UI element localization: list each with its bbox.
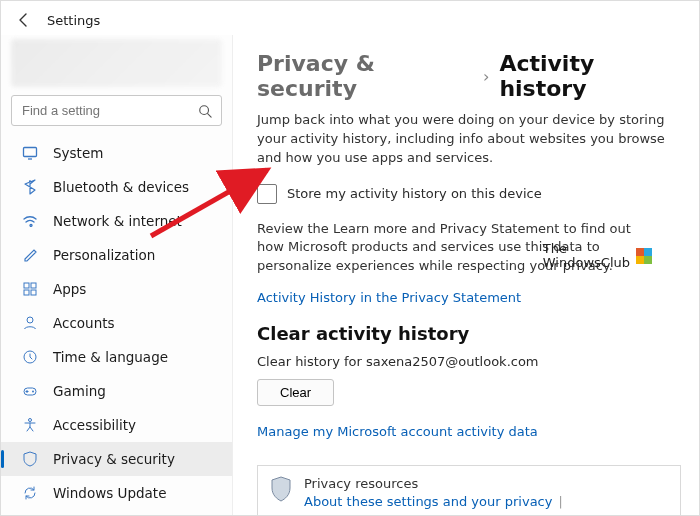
sidebar-item-system[interactable]: System <box>1 136 232 170</box>
sidebar-item-label: Time & language <box>53 349 168 365</box>
sidebar-item-network[interactable]: Network & internet <box>1 204 232 238</box>
apps-icon <box>21 280 39 298</box>
accessibility-icon <box>21 416 39 434</box>
separator: | <box>558 494 562 509</box>
bluetooth-icon <box>21 178 39 196</box>
breadcrumb: Privacy & security › Activity history <box>257 51 681 101</box>
sidebar-item-label: Bluetooth & devices <box>53 179 189 195</box>
store-history-row: Store my activity history on this device <box>257 184 681 204</box>
gamepad-icon <box>21 382 39 400</box>
svg-point-6 <box>27 317 33 323</box>
windows-logo-icon <box>636 248 652 264</box>
privacy-statement-link[interactable]: Activity History in the Privacy Statemen… <box>257 290 521 305</box>
svg-rect-5 <box>31 290 36 295</box>
breadcrumb-parent[interactable]: Privacy & security <box>257 51 473 101</box>
sidebar: System Bluetooth & devices Network & int… <box>1 35 233 515</box>
nav-list: System Bluetooth & devices Network & int… <box>1 136 232 515</box>
svg-point-10 <box>29 419 32 422</box>
content-pane: Privacy & security › Activity history Ju… <box>233 35 699 515</box>
sidebar-item-label: Network & internet <box>53 213 182 229</box>
clear-history-text: Clear history for saxena2507@outlook.com <box>257 354 681 369</box>
privacy-resources-card: Privacy resources About these settings a… <box>257 465 681 515</box>
clear-button[interactable]: Clear <box>257 379 334 406</box>
back-button[interactable] <box>15 11 33 29</box>
sidebar-item-label: Gaming <box>53 383 106 399</box>
svg-point-9 <box>32 391 34 393</box>
display-icon <box>21 144 39 162</box>
sidebar-item-update[interactable]: Windows Update <box>1 476 232 510</box>
sidebar-item-personalization[interactable]: Personalization <box>1 238 232 272</box>
watermark-line1: The <box>543 242 630 256</box>
sidebar-item-label: Privacy & security <box>53 451 175 467</box>
sidebar-item-privacy[interactable]: Privacy & security <box>1 442 232 476</box>
sidebar-item-bluetooth[interactable]: Bluetooth & devices <box>1 170 232 204</box>
watermark-line2: WindowsClub <box>543 256 630 270</box>
sidebar-item-label: Accounts <box>53 315 115 331</box>
watermark: The WindowsClub <box>543 242 652 271</box>
sidebar-item-label: System <box>53 145 103 161</box>
svg-rect-4 <box>24 290 29 295</box>
wifi-icon <box>21 212 39 230</box>
shield-icon <box>21 450 39 468</box>
update-icon <box>21 484 39 502</box>
svg-point-0 <box>200 105 209 114</box>
sidebar-item-label: Personalization <box>53 247 155 263</box>
profile-card[interactable] <box>11 39 222 87</box>
breadcrumb-current: Activity history <box>499 51 681 101</box>
sidebar-item-accessibility[interactable]: Accessibility <box>1 408 232 442</box>
chevron-right-icon: › <box>483 67 489 86</box>
sidebar-item-apps[interactable]: Apps <box>1 272 232 306</box>
resources-link-about[interactable]: About these settings and your privacy <box>304 494 552 509</box>
shield-icon <box>270 476 292 502</box>
store-history-label: Store my activity history on this device <box>287 186 542 201</box>
svg-rect-2 <box>24 283 29 288</box>
search-wrap <box>11 95 222 126</box>
app-title: Settings <box>47 13 100 28</box>
svg-rect-1 <box>24 148 37 157</box>
sidebar-item-label: Apps <box>53 281 86 297</box>
window-header: Settings <box>1 1 699 35</box>
sidebar-item-accounts[interactable]: Accounts <box>1 306 232 340</box>
page-description: Jump back into what you were doing on yo… <box>257 111 667 168</box>
svg-rect-3 <box>31 283 36 288</box>
sidebar-item-time[interactable]: Time & language <box>1 340 232 374</box>
sidebar-item-label: Windows Update <box>53 485 166 501</box>
store-history-checkbox[interactable] <box>257 184 277 204</box>
person-icon <box>21 314 39 332</box>
sidebar-item-label: Accessibility <box>53 417 136 433</box>
arrow-left-icon <box>16 12 32 28</box>
clock-icon <box>21 348 39 366</box>
search-input[interactable] <box>11 95 222 126</box>
resources-title: Privacy resources <box>304 476 668 491</box>
search-icon[interactable] <box>198 104 212 118</box>
paint-icon <box>21 246 39 264</box>
clear-heading: Clear activity history <box>257 323 681 344</box>
sidebar-item-gaming[interactable]: Gaming <box>1 374 232 408</box>
manage-account-link[interactable]: Manage my Microsoft account activity dat… <box>257 424 538 439</box>
